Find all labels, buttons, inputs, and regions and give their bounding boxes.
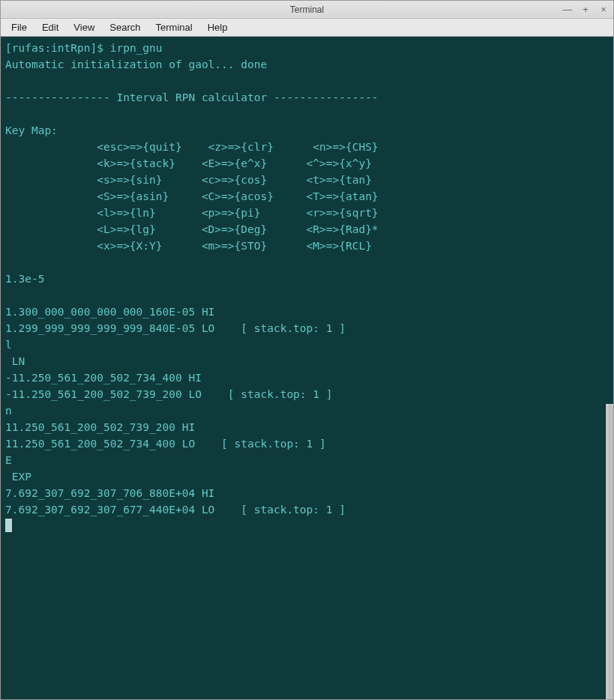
menubar: File Edit View Search Terminal Help [1, 19, 613, 37]
output-line: EXP [5, 471, 31, 483]
output-line: <L>=>{lg} <D>=>{Deg} <R>=>{Rad}* [5, 223, 379, 235]
output-line: 1.3e-5 [5, 273, 44, 285]
window-title: Terminal [290, 4, 324, 15]
output-line: E [5, 454, 12, 466]
output-line: 1.299_999_999_999_999_840E-05 LO [ stack… [5, 322, 346, 334]
menu-file[interactable]: File [4, 20, 34, 34]
titlebar[interactable]: Terminal — + × [1, 1, 613, 19]
menu-search[interactable]: Search [102, 20, 148, 34]
terminal-window: Terminal — + × File Edit View Search Ter… [0, 0, 614, 700]
menu-view[interactable]: View [66, 20, 102, 34]
output-line: ---------------- Interval RPN calculator… [5, 91, 379, 103]
output-line: <k>=>{stack} <E>=>{e^x} <^>=>{x^y} [5, 157, 372, 169]
scrollbar[interactable] [606, 404, 613, 699]
close-button[interactable]: × [598, 4, 609, 14]
output-line: 11.250_561_200_502_734_400 LO [ stack.to… [5, 438, 326, 450]
cursor [5, 519, 12, 532]
prompt: [rufas:intRpn]$ [5, 42, 110, 54]
output-line: <S>=>{asin} <C>=>{acos} <T>=>{atan} [5, 190, 379, 202]
output-line: <esc>=>{quit} <z>=>{clr} <n>=>{CHS} [5, 141, 379, 153]
menu-terminal[interactable]: Terminal [148, 20, 200, 34]
output-line: 1.300_000_000_000_000_160E-05 HI [5, 306, 214, 318]
menu-help[interactable]: Help [200, 20, 235, 34]
output-line: 7.692_307_692_307_677_440E+04 LO [ stack… [5, 504, 346, 516]
command-text: irpn_gnu [110, 42, 163, 54]
output-line: <x>=>{X:Y} <m>=>{STO} <M>=>{RCL} [5, 240, 372, 252]
terminal-content[interactable]: [rufas:intRpn]$ irpn_gnu Automatic initi… [1, 37, 613, 699]
window-controls: — + × [562, 4, 609, 14]
output-line: Key Map: [5, 124, 58, 136]
output-line: l [5, 339, 12, 351]
output-line: Automatic initialization of gaol... done [5, 58, 267, 70]
output-line: -11.250_561_200_502_734_400 HI [5, 372, 202, 384]
output-line: LN [5, 355, 25, 367]
maximize-button[interactable]: + [580, 4, 591, 14]
output-line: 11.250_561_200_502_739_200 HI [5, 421, 195, 433]
output-line: -11.250_561_200_502_739_200 LO [ stack.t… [5, 388, 333, 400]
menu-edit[interactable]: Edit [34, 20, 66, 34]
output-line: <s>=>{sin} <c>=>{cos} <t>=>{tan} [5, 174, 372, 186]
output-line: n [5, 405, 12, 417]
output-line: <l>=>{ln} <p>=>{pi} <r>=>{sqrt} [5, 207, 379, 219]
output-line: 7.692_307_692_307_706_880E+04 HI [5, 487, 214, 499]
scrollthumb[interactable] [607, 404, 613, 699]
minimize-button[interactable]: — [562, 4, 573, 14]
